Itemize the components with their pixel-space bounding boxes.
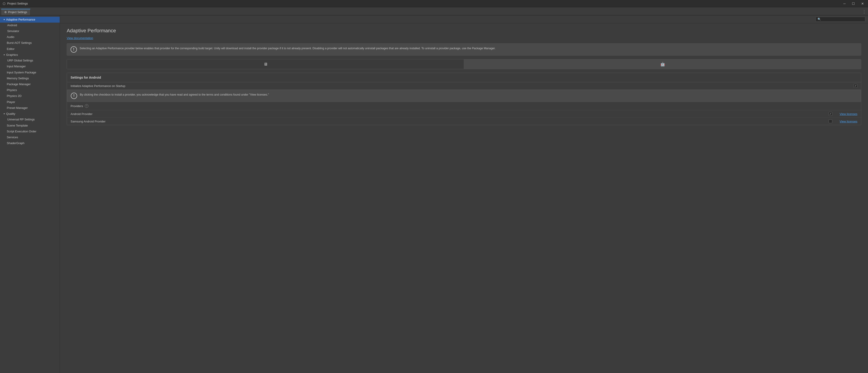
provider-name-1: Samsung Android Provider — [70, 120, 825, 123]
sidebar-item-physics-2d[interactable]: Physics 2D — [0, 93, 60, 99]
sidebar-label-urp-global: URP Global Settings — [7, 59, 33, 63]
init-control — [854, 84, 857, 88]
platform-tabs: 🖥 🤖 — [67, 59, 861, 69]
provider-row-1: Samsung Android ProviderView licenses — [67, 118, 861, 125]
view-docs-link[interactable]: View documentation — [67, 36, 93, 40]
desktop-icon: 🖥 — [264, 62, 268, 67]
arrow-icon-graphics — [4, 53, 5, 57]
sidebar-label-input-system: Input System Package — [7, 70, 36, 74]
warn-icon: ! — [71, 93, 77, 99]
sidebar-label-scene-template: Scene Template — [7, 124, 28, 128]
sidebar-item-urp-global[interactable]: URP Global Settings — [0, 58, 60, 64]
init-setting-row: Initialize Adaptive Performance on Start… — [67, 82, 861, 90]
sidebar-item-player[interactable]: Player — [0, 99, 60, 105]
help-icon[interactable]: ? — [85, 104, 88, 108]
title-bar-title: Project Settings — [7, 2, 28, 5]
warn-message: By clicking the checkbox to install a pr… — [80, 93, 269, 99]
sidebar-item-quality[interactable]: Quality — [0, 111, 60, 117]
sidebar-label-script-execution: Script Execution Order — [7, 130, 36, 134]
sidebar-item-audio[interactable]: Audio — [0, 34, 60, 40]
sidebar-label-simulator: Simulator — [7, 29, 19, 33]
gear-icon: ⚙ — [4, 11, 7, 14]
title-bar-controls: ─ ☐ ✕ — [842, 2, 865, 6]
main-container: Adaptive PerformanceAndroidSimulatorAudi… — [0, 15, 868, 373]
content-body: Adaptive Performance View documentation … — [60, 23, 868, 373]
sidebar-label-input-manager: Input Manager — [7, 64, 26, 68]
search-input[interactable] — [822, 18, 863, 21]
android-icon: 🤖 — [660, 62, 665, 67]
sidebar-item-services[interactable]: Services — [0, 134, 60, 140]
sidebar-item-memory-settings[interactable]: Memory Settings — [0, 75, 60, 81]
warn-box: ! By clicking the checkbox to install a … — [67, 90, 861, 102]
arrow-icon-adaptive-performance — [4, 18, 5, 21]
sidebar-label-universal-rp: Universal RP Settings — [7, 118, 35, 122]
sidebar-label-audio: Audio — [7, 35, 14, 39]
init-checkbox[interactable] — [854, 84, 857, 88]
android-settings-panel: Settings for Android Initialize Adaptive… — [67, 73, 861, 125]
sidebar-item-physics[interactable]: Physics — [0, 87, 60, 93]
sidebar-item-burst-aot[interactable]: Burst AOT Settings — [0, 40, 60, 46]
sidebar-label-package-manager: Package Manager — [7, 82, 31, 86]
close-button[interactable]: ✕ — [860, 2, 865, 6]
tab-menu-icon[interactable]: ⋮ — [860, 8, 868, 15]
platform-tab-android[interactable]: 🤖 — [464, 60, 861, 69]
settings-panel-header: Settings for Android — [67, 73, 861, 82]
tab-bar: ⚙ Project Settings ⋮ — [0, 7, 868, 15]
sidebar-label-preset-manager: Preset Manager — [7, 106, 28, 110]
provider-view-licenses-1[interactable]: View licenses — [836, 120, 857, 123]
maximize-button[interactable]: ☐ — [850, 2, 856, 6]
sidebar-label-graphics: Graphics — [6, 53, 18, 57]
sidebar-label-player: Player — [7, 100, 15, 104]
page-title: Adaptive Performance — [67, 28, 861, 34]
info-icon: ! — [70, 46, 77, 53]
title-bar: ⬡ Project Settings ─ ☐ ✕ — [0, 0, 868, 7]
sidebar-item-input-system[interactable]: Input System Package — [0, 70, 60, 75]
sidebar-item-shadergraph[interactable]: ShaderGraph — [0, 140, 60, 146]
sidebar-label-physics-2d: Physics 2D — [7, 94, 22, 98]
sidebar-item-android[interactable]: Android — [0, 23, 60, 29]
tab-label: Project Settings — [8, 11, 27, 14]
providers-header: Providers ? — [67, 102, 861, 110]
sidebar-item-script-execution[interactable]: Script Execution Order — [0, 129, 60, 134]
info-box: ! Selecting an Adaptive Performance prov… — [67, 43, 861, 56]
sidebar-item-preset-manager[interactable]: Preset Manager — [0, 105, 60, 111]
sidebar-label-quality: Quality — [6, 112, 15, 116]
sidebar-label-memory-settings: Memory Settings — [7, 76, 29, 80]
providers-list: Android ProviderView licensesSamsung And… — [67, 110, 861, 125]
providers-label: Providers — [70, 104, 83, 108]
platform-tab-desktop[interactable]: 🖥 — [67, 60, 464, 69]
title-bar-left: ⬡ Project Settings — [3, 2, 28, 5]
provider-row-0: Android ProviderView licenses — [67, 110, 861, 118]
provider-checkbox-0[interactable] — [829, 112, 832, 116]
sidebar-label-services: Services — [7, 135, 18, 139]
search-icon: 🔍 — [817, 18, 821, 21]
init-label: Initialize Adaptive Performance on Start… — [70, 84, 854, 88]
sidebar-item-input-manager[interactable]: Input Manager — [0, 64, 60, 69]
sidebar: Adaptive PerformanceAndroidSimulatorAudi… — [0, 15, 60, 373]
arrow-icon-quality — [4, 112, 5, 115]
search-wrapper: 🔍 — [815, 17, 865, 22]
search-area: 🔍 — [60, 15, 868, 23]
sidebar-item-editor[interactable]: Editor — [0, 46, 60, 52]
sidebar-item-adaptive-performance[interactable]: Adaptive Performance — [0, 17, 60, 23]
provider-view-licenses-0[interactable]: View licenses — [836, 112, 857, 116]
sidebar-item-scene-template[interactable]: Scene Template — [0, 123, 60, 129]
sidebar-label-adaptive-performance: Adaptive Performance — [6, 18, 35, 22]
sidebar-item-graphics[interactable]: Graphics — [0, 52, 60, 58]
sidebar-label-editor: Editor — [7, 47, 14, 51]
sidebar-item-simulator[interactable]: Simulator — [0, 29, 60, 34]
sidebar-label-burst-aot: Burst AOT Settings — [7, 41, 32, 45]
sidebar-label-physics: Physics — [7, 88, 17, 92]
project-settings-tab[interactable]: ⚙ Project Settings — [1, 9, 31, 15]
provider-name-0: Android Provider — [70, 112, 825, 116]
sidebar-item-package-manager[interactable]: Package Manager — [0, 81, 60, 87]
sidebar-label-android: Android — [7, 24, 17, 28]
sidebar-label-shadergraph: ShaderGraph — [7, 141, 24, 145]
unity-icon: ⬡ — [3, 2, 5, 5]
sidebar-item-universal-rp[interactable]: Universal RP Settings — [0, 117, 60, 123]
info-message: Selecting an Adaptive Performance provid… — [80, 46, 496, 53]
minimize-button[interactable]: ─ — [842, 2, 847, 6]
provider-checkbox-1[interactable] — [829, 120, 832, 123]
content-area: 🔍 Adaptive Performance View documentatio… — [60, 15, 868, 373]
